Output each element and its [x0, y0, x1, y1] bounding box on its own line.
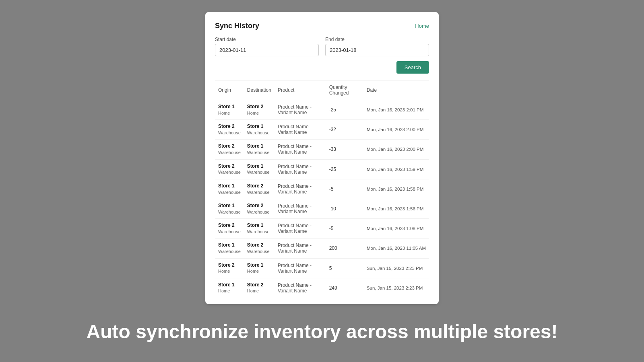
origin-sub: Warehouse — [218, 249, 241, 255]
origin-sub: Warehouse — [218, 229, 241, 235]
date-value: Sun, Jan 15, 2023 2:23 PM — [367, 266, 423, 271]
qty-cell: -10 — [326, 199, 363, 218]
product-name: Product Name - Variant Name — [278, 263, 312, 274]
col-date: Date — [363, 80, 429, 100]
date-cell: Sun, Jan 15, 2023 2:23 PM — [363, 278, 429, 298]
origin-main: Store 1 — [218, 282, 241, 288]
start-date-label: Start date — [215, 37, 319, 42]
product-name: Product Name - Variant Name — [278, 124, 312, 135]
qty-cell: -32 — [326, 120, 363, 140]
date-cell: Mon, Jan 16, 2023 2:00 PM — [363, 140, 429, 159]
origin-cell: Store 1 Warehouse — [215, 239, 244, 258]
date-value: Mon, Jan 16, 2023 1:08 PM — [367, 226, 423, 231]
qty-value: 249 — [329, 285, 337, 291]
origin-cell: Store 2 Warehouse — [215, 219, 244, 239]
table-row: Store 1 Warehouse Store 2 Warehouse Prod… — [215, 199, 429, 218]
product-cell: Product Name - Variant Name — [275, 219, 326, 239]
table-row: Store 1 Warehouse Store 2 Warehouse Prod… — [215, 179, 429, 199]
end-date-label: End date — [325, 37, 429, 42]
product-name: Product Name - Variant Name — [278, 104, 312, 115]
destination-cell: Store 1 Warehouse — [244, 120, 275, 140]
origin-main: Store 1 — [218, 242, 241, 249]
date-cell: Mon, Jan 16, 2023 1:58 PM — [363, 179, 429, 199]
date-value: Mon, Jan 16, 2023 2:00 PM — [367, 127, 423, 132]
page-title: Sync History — [215, 22, 259, 30]
product-cell: Product Name - Variant Name — [275, 120, 326, 140]
table-row: Store 2 Warehouse Store 1 Warehouse Prod… — [215, 159, 429, 179]
qty-value: 200 — [329, 245, 337, 251]
qty-cell: -5 — [326, 219, 363, 239]
product-cell: Product Name - Variant Name — [275, 258, 326, 278]
home-link[interactable]: Home — [415, 23, 429, 29]
dest-main: Store 1 — [247, 262, 271, 269]
table-row: Store 1 Warehouse Store 2 Warehouse Prod… — [215, 239, 429, 258]
origin-main: Store 2 — [218, 123, 241, 130]
product-cell: Product Name - Variant Name — [275, 159, 326, 179]
date-value: Mon, Jan 16, 2023 11:05 AM — [367, 246, 426, 251]
dest-sub: Warehouse — [247, 229, 271, 235]
qty-value: -32 — [329, 127, 336, 132]
origin-sub: Warehouse — [218, 169, 241, 175]
origin-main: Store 1 — [218, 183, 241, 189]
start-date-field: Start date — [215, 37, 319, 56]
qty-cell: 200 — [326, 239, 363, 258]
product-name: Product Name - Variant Name — [278, 144, 312, 155]
origin-cell: Store 2 Warehouse — [215, 120, 244, 140]
start-date-input[interactable] — [215, 44, 319, 56]
date-value: Mon, Jan 16, 2023 1:59 PM — [367, 167, 423, 172]
sync-history-table: Origin Destination Product Quantity Chan… — [215, 80, 429, 298]
origin-sub: Warehouse — [218, 150, 241, 156]
col-destination: Destination — [244, 80, 275, 100]
date-value: Mon, Jan 16, 2023 1:58 PM — [367, 187, 423, 191]
table-row: Store 2 Home Store 1 Home Product Name -… — [215, 258, 429, 278]
origin-main: Store 2 — [218, 143, 241, 150]
product-cell: Product Name - Variant Name — [275, 100, 326, 120]
dest-main: Store 1 — [247, 123, 271, 130]
table-row: Store 1 Home Store 2 Home Product Name -… — [215, 100, 429, 120]
dest-main: Store 2 — [247, 103, 271, 110]
origin-sub: Warehouse — [218, 189, 241, 195]
date-value: Sun, Jan 15, 2023 2:23 PM — [367, 286, 423, 290]
origin-sub: Home — [218, 288, 241, 294]
date-cell: Sun, Jan 15, 2023 2:23 PM — [363, 258, 429, 278]
origin-main: Store 2 — [218, 222, 241, 229]
product-cell: Product Name - Variant Name — [275, 278, 326, 298]
product-name: Product Name - Variant Name — [278, 243, 312, 254]
product-cell: Product Name - Variant Name — [275, 239, 326, 258]
origin-main: Store 1 — [218, 103, 241, 110]
origin-sub: Home — [218, 110, 241, 116]
qty-cell: -25 — [326, 100, 363, 120]
origin-main: Store 2 — [218, 163, 241, 170]
promo-text: Auto synchronize inventory across multip… — [54, 320, 590, 343]
search-button[interactable]: Search — [396, 61, 429, 74]
destination-cell: Store 1 Home — [244, 258, 275, 278]
date-value: Mon, Jan 16, 2023 2:01 PM — [367, 107, 423, 112]
table-row: Store 1 Home Store 2 Home Product Name -… — [215, 278, 429, 298]
dest-main: Store 2 — [247, 242, 271, 249]
col-product: Product — [275, 80, 326, 100]
origin-sub: Home — [218, 268, 241, 274]
qty-value: -33 — [329, 146, 336, 152]
date-cell: Mon, Jan 16, 2023 1:56 PM — [363, 199, 429, 218]
dest-sub: Home — [247, 268, 271, 274]
date-value: Mon, Jan 16, 2023 1:56 PM — [367, 206, 423, 211]
end-date-input[interactable] — [325, 44, 429, 56]
col-origin: Origin — [215, 80, 244, 100]
destination-cell: Store 1 Warehouse — [244, 219, 275, 239]
search-row: Search — [215, 61, 429, 74]
product-name: Product Name - Variant Name — [278, 282, 312, 294]
destination-cell: Store 2 Home — [244, 278, 275, 298]
destination-cell: Store 1 Warehouse — [244, 159, 275, 179]
dest-main: Store 2 — [247, 202, 271, 209]
dest-sub: Warehouse — [247, 189, 271, 195]
origin-cell: Store 1 Warehouse — [215, 199, 244, 218]
origin-sub: Warehouse — [218, 209, 241, 215]
dest-main: Store 2 — [247, 183, 271, 189]
origin-main: Store 1 — [218, 202, 241, 209]
dest-sub: Warehouse — [247, 130, 271, 136]
dest-main: Store 2 — [247, 282, 271, 288]
dest-main: Store 1 — [247, 222, 271, 229]
date-value: Mon, Jan 16, 2023 2:00 PM — [367, 147, 423, 152]
table-header-row: Origin Destination Product Quantity Chan… — [215, 80, 429, 100]
destination-cell: Store 2 Warehouse — [244, 239, 275, 258]
